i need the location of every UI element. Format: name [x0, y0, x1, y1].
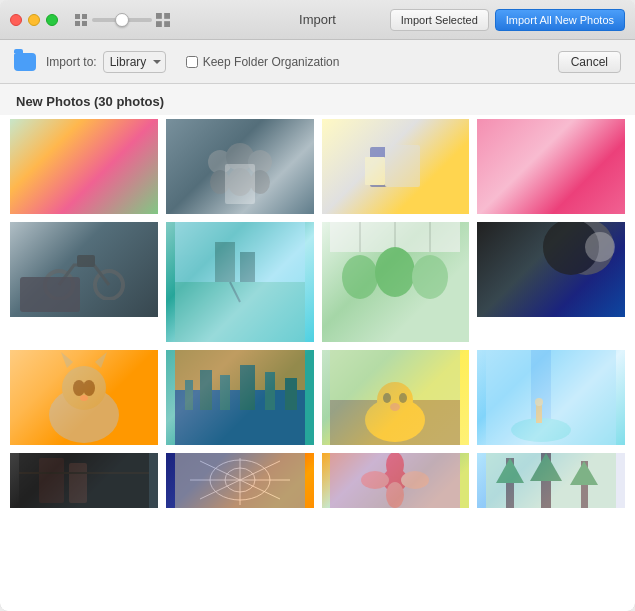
cancel-button[interactable]: Cancel [558, 51, 621, 73]
svg-marker-37 [95, 352, 107, 368]
svg-point-55 [390, 403, 400, 411]
import-selected-button[interactable]: Import Selected [390, 9, 489, 31]
svg-rect-59 [536, 405, 542, 423]
close-button[interactable] [10, 14, 22, 26]
svg-rect-46 [240, 365, 255, 410]
import-all-button[interactable]: Import All New Photos [495, 9, 625, 31]
svg-point-74 [361, 471, 389, 489]
svg-point-13 [250, 170, 270, 194]
folder-icon [14, 53, 36, 71]
photo-item[interactable] [322, 119, 470, 214]
photo-item[interactable] [10, 453, 158, 508]
photo-grid-container[interactable] [0, 115, 635, 611]
keep-folder-checkbox[interactable] [186, 56, 198, 68]
svg-point-77 [386, 482, 404, 508]
photo-item[interactable] [10, 222, 158, 317]
svg-point-17 [45, 271, 73, 299]
photo-item[interactable] [322, 453, 470, 508]
size-slider-group [74, 13, 170, 27]
svg-rect-3 [82, 21, 87, 26]
photo-item[interactable] [477, 222, 625, 317]
photo-item[interactable] [477, 119, 625, 214]
thumbnail-size-slider[interactable] [92, 18, 152, 22]
keep-folder-group: Keep Folder Organization [186, 55, 340, 69]
svg-point-76 [386, 453, 404, 478]
svg-rect-43 [185, 380, 193, 410]
photo-item[interactable] [166, 222, 314, 342]
photo-item[interactable] [10, 350, 158, 445]
keep-folder-label: Keep Folder Organization [203, 55, 340, 69]
photo-item[interactable] [166, 119, 314, 214]
import-to-select[interactable]: Library [103, 51, 166, 73]
svg-rect-23 [240, 252, 255, 282]
svg-point-52 [377, 382, 413, 418]
svg-rect-0 [75, 14, 80, 19]
window-title: Import [299, 12, 336, 27]
section-header: New Photos (30 photos) [0, 84, 635, 115]
svg-point-53 [383, 393, 391, 403]
titlebar: Import Import Selected Import All New Ph… [0, 0, 635, 40]
svg-point-54 [399, 393, 407, 403]
svg-rect-16 [365, 157, 385, 185]
maximize-button[interactable] [46, 14, 58, 26]
grid-small-icon [74, 13, 88, 27]
svg-point-29 [342, 255, 378, 299]
traffic-lights [10, 14, 58, 26]
svg-marker-36 [61, 352, 73, 368]
toolbar: Import to: Library Keep Folder Organizat… [0, 40, 635, 84]
svg-point-75 [401, 471, 429, 489]
import-to-label: Import to: [46, 55, 97, 69]
section-header-text: New Photos (30 photos) [16, 94, 164, 109]
svg-rect-20 [175, 282, 305, 342]
svg-rect-4 [156, 13, 162, 19]
svg-rect-2 [75, 21, 80, 26]
photo-item[interactable] [322, 350, 470, 445]
svg-rect-63 [69, 463, 87, 503]
photo-item[interactable] [166, 453, 314, 508]
svg-rect-7 [164, 21, 170, 27]
photo-item[interactable] [477, 453, 625, 508]
photo-item[interactable] [322, 222, 470, 342]
photo-item[interactable] [10, 119, 158, 214]
svg-point-60 [535, 398, 543, 406]
svg-rect-19 [77, 255, 95, 267]
titlebar-action-buttons: Import Selected Import All New Photos [390, 9, 625, 31]
svg-rect-22 [215, 242, 235, 282]
svg-rect-62 [39, 458, 64, 503]
svg-rect-44 [200, 370, 212, 410]
photo-item[interactable] [477, 350, 625, 445]
svg-rect-5 [164, 13, 170, 19]
svg-point-31 [412, 255, 448, 299]
svg-rect-6 [156, 21, 162, 27]
svg-rect-15 [385, 145, 420, 187]
title-text: Import [299, 12, 336, 27]
window-controls [10, 13, 170, 27]
svg-rect-48 [285, 378, 297, 410]
svg-point-40 [80, 395, 88, 401]
photo-grid [10, 119, 625, 508]
svg-point-39 [83, 380, 95, 396]
photo-item[interactable] [166, 350, 314, 445]
svg-rect-45 [220, 375, 230, 410]
svg-rect-47 [265, 372, 275, 410]
import-to-group: Import to: Library [46, 51, 166, 73]
main-window: Import Import Selected Import All New Ph… [0, 0, 635, 611]
svg-point-12 [228, 168, 252, 196]
svg-point-11 [210, 170, 230, 194]
minimize-button[interactable] [28, 14, 40, 26]
svg-point-30 [375, 247, 415, 297]
svg-rect-1 [82, 14, 87, 19]
grid-large-icon [156, 13, 170, 27]
